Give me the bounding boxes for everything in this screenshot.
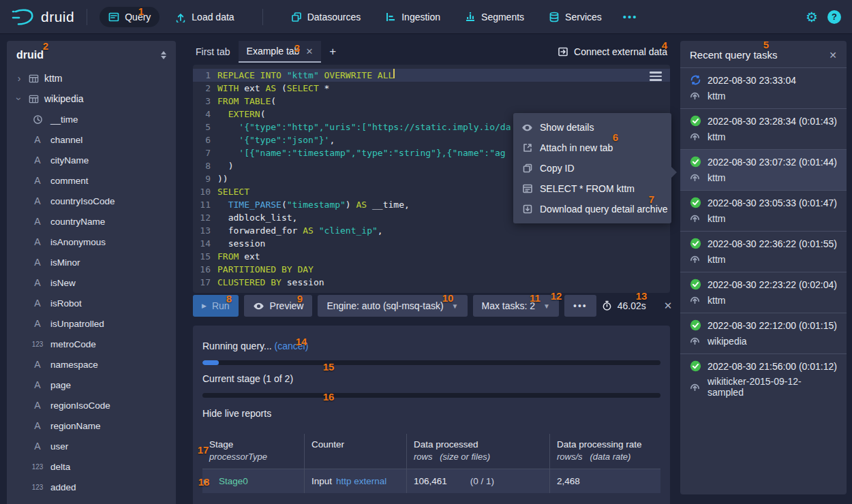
cancel-query-link[interactable]: (cancel) <box>275 341 309 351</box>
task-datasource: kttm <box>708 254 725 265</box>
sidebar-column-delta[interactable]: 123delta <box>7 456 176 477</box>
schema-sidebar: druid › kttm › wikipedia __timeAchannelA… <box>7 41 176 504</box>
sidebar-column-regionName[interactable]: AregionName <box>7 415 176 436</box>
schema-name[interactable]: druid <box>16 49 44 61</box>
menu-item-download-archive[interactable]: Download query detail archive <box>513 199 671 219</box>
current-stage-label: Current stage (1 of 2) <box>202 373 660 384</box>
sidebar-column-__time[interactable]: __time <box>7 109 176 129</box>
column-name: regionIsoCode <box>50 400 110 411</box>
task-list-item[interactable]: 2022-08-30 22:36:22 (0:01:55)kttm <box>680 231 847 272</box>
sidebar-column-countryName[interactable]: AcountryName <box>7 211 176 232</box>
table-row[interactable]: ▶ Stage0 Input http external 106,461 (0 … <box>202 469 660 493</box>
sidebar-column-isAnonymous[interactable]: AisAnonymous <box>7 232 176 252</box>
top-nav: druid Query Load data <box>0 0 852 34</box>
overall-progress-bar <box>202 360 660 365</box>
task-list-item[interactable]: 2022-08-30 22:23:22 (0:02:04)kttm <box>680 272 847 313</box>
nav-item-query[interactable]: Query <box>100 7 159 27</box>
sidebar-columns: __timeAchannelAcityNameAcommentAcountryI… <box>7 109 176 497</box>
sidebar-column-channel[interactable]: Achannel <box>7 129 176 150</box>
max-tasks-select[interactable]: Max tasks: 2 ▼ <box>473 295 560 317</box>
task-datasource: wikiticker-2015-09-12-sampled <box>708 376 837 398</box>
task-list-item[interactable]: 2022-08-30 23:07:32 (0:01:44)kttm <box>680 149 847 190</box>
line-number: 4 <box>193 108 217 121</box>
expand-row-icon[interactable]: ▶ <box>204 478 209 485</box>
tab-example-tab[interactable]: Example tab ✕ <box>239 41 322 63</box>
run-button[interactable]: ▶ Run <box>193 295 239 317</box>
column-name: metroCode <box>50 339 96 349</box>
druid-logo[interactable]: druid <box>11 7 74 27</box>
sidebar-column-added[interactable]: 123added <box>7 477 176 497</box>
connect-external-data-button[interactable]: Connect external data <box>555 41 670 63</box>
hide-live-reports-link[interactable]: Hide live reports <box>202 408 660 419</box>
more-options-button[interactable]: ••• <box>564 295 596 317</box>
task-timestamp: 2022-08-30 22:36:22 (0:01:55) <box>708 238 837 249</box>
add-tab-button[interactable]: + <box>321 41 344 63</box>
close-icon[interactable]: ✕ <box>664 300 673 312</box>
counter-link[interactable]: http external <box>336 476 386 486</box>
close-tab-icon[interactable]: ✕ <box>305 46 313 57</box>
nav-more-button[interactable]: ••• <box>618 11 643 22</box>
task-list-item[interactable]: 2022-08-30 23:33:04kttm <box>680 67 847 108</box>
nav-item-datasources[interactable]: Datasources <box>282 7 370 27</box>
line-number: 3 <box>193 95 217 108</box>
task-datasource: kttm <box>708 131 725 142</box>
sort-icon[interactable] <box>161 51 166 59</box>
menu-item-select-from-kttm[interactable]: SELECT * FROM kttm <box>513 178 671 199</box>
menu-item-attach-in-new-tab[interactable]: Attach in new tab <box>513 138 671 158</box>
sidebar-column-isUnpatrolled[interactable]: AisUnpatrolled <box>7 313 176 334</box>
code-line-2[interactable]: 2WITH ext AS (SELECT * <box>193 82 670 95</box>
line-number: 15 <box>193 250 217 263</box>
tab-first-tab[interactable]: First tab <box>187 41 239 63</box>
menu-item-copy-id[interactable]: Copy ID <box>513 158 671 178</box>
chevron-down-icon: ▼ <box>543 302 550 310</box>
sidebar-table-kttm[interactable]: › kttm <box>7 68 176 89</box>
column-name: countryName <box>50 217 105 227</box>
string-type-icon: A <box>30 175 45 186</box>
sidebar-column-metroCode[interactable]: 123metroCode <box>7 334 176 354</box>
running-query-label: Running query... <box>202 341 272 351</box>
task-list-item[interactable]: 2022-08-30 22:12:00 (0:01:15)wikipedia <box>680 313 847 353</box>
sidebar-column-page[interactable]: Apage <box>7 375 176 395</box>
editor-menu-icon[interactable] <box>650 72 662 81</box>
chevron-right-icon[interactable]: › <box>15 73 23 84</box>
sidebar-column-isRobot[interactable]: AisRobot <box>7 293 176 313</box>
code-line-13[interactable]: 13 forwarded_for AS "client_ip", <box>193 224 670 237</box>
nav-item-load-data[interactable]: Load data <box>166 7 243 27</box>
sidebar-column-isMinor[interactable]: AisMinor <box>7 252 176 272</box>
nav-item-segments[interactable]: Segments <box>456 7 533 27</box>
attach-tab-icon <box>521 142 533 153</box>
table-icon <box>29 74 39 84</box>
code-line-16[interactable]: 16PARTITIONED BY DAY <box>193 263 670 276</box>
number-type-icon: 123 <box>30 463 45 471</box>
sidebar-column-isNew[interactable]: AisNew <box>7 272 176 293</box>
code-line-15[interactable]: 15FROM ext <box>193 250 670 263</box>
sidebar-column-countryIsoCode[interactable]: AcountryIsoCode <box>7 191 176 211</box>
chevron-down-icon[interactable]: › <box>14 95 25 103</box>
string-type-icon: A <box>30 318 45 329</box>
nav-item-services[interactable]: Services <box>540 7 611 27</box>
eye-icon <box>521 122 533 133</box>
code-line-14[interactable]: 14 session <box>193 237 670 250</box>
sidebar-table-wikipedia[interactable]: › wikipedia <box>7 89 176 109</box>
sidebar-column-cityName[interactable]: AcityName <box>7 150 176 170</box>
sidebar-column-namespace[interactable]: Anamespace <box>7 354 176 375</box>
engine-select[interactable]: Engine: auto (sql-msq-task) ▼ <box>318 295 467 317</box>
gear-icon[interactable]: ⚙ <box>806 10 818 24</box>
close-icon[interactable]: ✕ <box>829 50 837 61</box>
code-line-1[interactable]: 1REPLACE INTO "kttm" OVERWRITE ALL <box>193 69 670 82</box>
column-name: user <box>50 441 68 452</box>
sidebar-column-comment[interactable]: Acomment <box>7 170 176 191</box>
menu-item-show-details[interactable]: Show details <box>513 117 671 138</box>
task-list-item[interactable]: 2022-08-30 23:05:33 (0:01:47)kttm <box>680 190 847 231</box>
sidebar-column-regionIsoCode[interactable]: AregionIsoCode <box>7 395 176 415</box>
help-icon[interactable]: ? <box>827 10 841 24</box>
code-line-3[interactable]: 3FROM TABLE( <box>193 95 670 108</box>
nav-item-ingestion[interactable]: Ingestion <box>376 7 449 27</box>
sidebar-column-user[interactable]: Auser <box>7 436 176 456</box>
task-list-item[interactable]: 2022-08-30 23:28:34 (0:01:43)kttm <box>680 108 847 149</box>
connect-external-data-icon <box>558 46 568 57</box>
code-line-17[interactable]: 17CLUSTERED BY session <box>193 276 670 289</box>
preview-button[interactable]: Preview <box>244 295 313 317</box>
task-success-icon <box>690 319 701 331</box>
task-list-item[interactable]: 2022-08-30 21:56:00 (0:01:12)wikiticker-… <box>680 353 847 405</box>
